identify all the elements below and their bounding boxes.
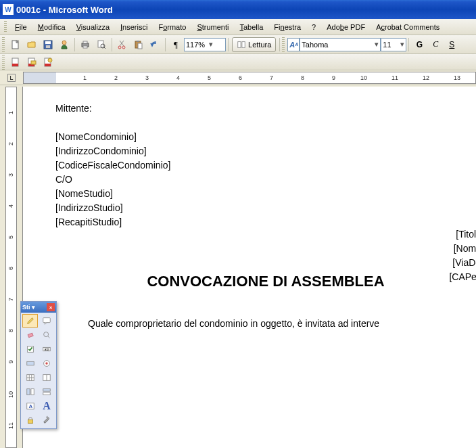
svg-rect-18 (238, 41, 241, 47)
svg-rect-28 (43, 318, 51, 323)
svg-rect-29 (28, 333, 33, 338)
menu-acrobat-comments[interactable]: Acrobat Comments (371, 22, 445, 32)
tool-comment[interactable] (39, 314, 55, 328)
cut-button[interactable] (115, 37, 130, 52)
print-preview-button[interactable] (94, 37, 109, 52)
zoom-combo[interactable]: 117%▾ (184, 38, 226, 51)
permissions-button[interactable] (57, 37, 72, 52)
styles-toolbox[interactable]: Sti ▾ × ab| A A (20, 301, 57, 429)
svg-rect-16 (137, 41, 139, 42)
tool-style-a[interactable]: A (22, 399, 38, 413)
open-button[interactable] (24, 37, 39, 52)
svg-rect-6 (83, 41, 87, 43)
paste-button[interactable] (131, 37, 146, 52)
svg-point-30 (44, 332, 49, 337)
underline-button[interactable]: S (444, 37, 459, 52)
svg-point-14 (122, 46, 125, 49)
bold-button[interactable]: G (412, 37, 427, 52)
toolbox-titlebar[interactable]: Sti ▾ × (21, 302, 56, 313)
svg-rect-46 (43, 389, 51, 392)
text-line7: [RecapitiStudio] (55, 215, 476, 229)
menu-tabella[interactable]: Tabella (234, 22, 268, 32)
standard-toolbar: ¶ 117%▾ Lettura AA Tahoma▾ 11▾ G C S (0, 35, 476, 54)
tool-grid2[interactable] (39, 371, 55, 384)
svg-rect-2 (45, 41, 51, 44)
pdf-review-button[interactable] (41, 55, 55, 70)
menu-finestra[interactable]: Finestra (268, 22, 306, 32)
vertical-ruler[interactable]: 1 2 3 4 5 6 7 8 9 10 11 (0, 87, 23, 448)
font-name-combo[interactable]: Tahoma▾ (300, 38, 381, 51)
tool-pencil[interactable] (22, 314, 38, 328)
tool-grid1[interactable] (22, 371, 38, 384)
svg-rect-45 (30, 389, 33, 395)
menu-file[interactable]: File (9, 22, 32, 32)
text-line2: [IndirizzoCondominio] (55, 144, 476, 158)
svg-rect-35 (26, 361, 34, 365)
toolbar-grip[interactable] (2, 37, 5, 52)
svg-rect-21 (12, 64, 18, 66)
svg-line-31 (48, 336, 50, 338)
font-label[interactable]: AA (287, 38, 300, 51)
menubar-grip[interactable] (4, 21, 7, 33)
svg-rect-26 (45, 64, 51, 66)
tool-radio[interactable] (39, 357, 55, 370)
read-mode-button[interactable]: Lettura (232, 37, 276, 52)
font-size-combo[interactable]: 11▾ (381, 38, 406, 51)
menu-help[interactable]: ? (306, 22, 321, 32)
text-line5: [NomeStudio] (55, 187, 476, 201)
svg-point-27 (48, 58, 52, 62)
menu-bar: File Modifica Visualizza Inserisci Forma… (0, 19, 476, 35)
text-r1: [TitoloD (449, 227, 476, 242)
save-button[interactable] (41, 37, 55, 52)
tool-wrench[interactable] (39, 413, 55, 427)
tool-lock[interactable] (22, 413, 38, 427)
body-paragraph: Quale comproprietario del condominio in … (55, 317, 476, 331)
menu-visualizza[interactable]: Visualizza (71, 22, 115, 32)
tool-layout1[interactable] (22, 385, 38, 399)
menu-formato[interactable]: Formato (153, 22, 191, 32)
menu-strumenti[interactable]: Strumenti (191, 22, 234, 32)
italic-button[interactable]: C (428, 37, 443, 52)
document-page[interactable]: Mittente: [NomeCondominio] [IndirizzoCon… (23, 87, 476, 448)
print-button[interactable] (78, 37, 93, 52)
tool-checkbox[interactable] (22, 342, 38, 356)
horizontal-ruler[interactable]: 1 2 3 4 5 6 7 8 9 10 11 12 13 14 (23, 72, 476, 84)
menu-inserisci[interactable]: Inserisci (115, 22, 153, 32)
svg-text:A: A (28, 403, 32, 409)
new-doc-button[interactable] (8, 37, 23, 52)
svg-point-4 (62, 41, 66, 45)
right-address-block: [TitoloD [NomeD [ViaDest [CAPeCit (449, 227, 476, 284)
svg-rect-50 (28, 420, 32, 423)
menu-adobe-pdf[interactable]: Adobe PDF (321, 22, 371, 32)
undo-button[interactable] (147, 37, 162, 52)
svg-point-13 (118, 46, 121, 49)
text-r4: [CAPeCit (449, 270, 476, 284)
toolbox-close-button[interactable]: × (47, 303, 55, 311)
svg-point-37 (45, 362, 48, 365)
text-line1: [NomeCondominio] (55, 130, 476, 144)
text-r3: [ViaDest (449, 256, 476, 270)
svg-rect-44 (26, 389, 29, 395)
pdf-toolbar (0, 54, 476, 70)
word-app-icon: W (3, 4, 14, 15)
text-line3: [CodiceFiscaleCondominio] (55, 158, 476, 173)
toolbar-grip-3[interactable] (2, 55, 5, 70)
tool-big-a[interactable]: A (39, 399, 55, 413)
tool-eraser[interactable] (22, 328, 38, 342)
pdf-email-button[interactable] (24, 55, 39, 70)
document-area: 1 2 3 4 5 6 7 8 9 10 11 Mittente: [NomeC… (0, 87, 476, 448)
show-formatting-button[interactable]: ¶ (168, 37, 183, 52)
tool-layout2[interactable] (39, 385, 55, 399)
tool-highlight[interactable] (22, 357, 38, 370)
text-r2: [NomeD (449, 242, 476, 256)
menu-modifica[interactable]: Modifica (32, 22, 71, 32)
text-line6: [IndirizzoStudio] (55, 201, 476, 215)
tool-magnifier[interactable] (39, 328, 55, 342)
tool-textfield[interactable]: ab| (39, 342, 55, 356)
title-bar: W 0001c - Microsoft Word (0, 0, 476, 19)
svg-text:ab|: ab| (45, 347, 49, 351)
pdf-create-button[interactable] (8, 55, 23, 70)
svg-rect-47 (43, 393, 51, 395)
toolbar-grip-2[interactable] (282, 37, 285, 52)
svg-rect-24 (31, 61, 36, 64)
